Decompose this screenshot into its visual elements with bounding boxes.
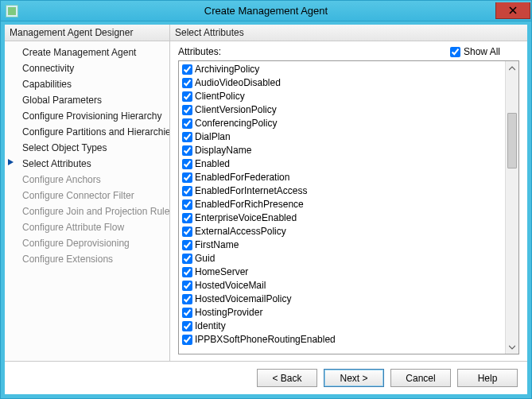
attribute-item[interactable]: DisplayName xyxy=(181,144,503,157)
attribute-checkbox[interactable] xyxy=(182,78,192,88)
attribute-checkbox[interactable] xyxy=(182,321,192,331)
attribute-label: DisplayName xyxy=(195,144,251,157)
attribute-checkbox[interactable] xyxy=(182,118,192,129)
attribute-item[interactable]: AudioVideoDisabled xyxy=(181,76,503,90)
chevron-down-icon xyxy=(509,345,515,350)
attribute-checkbox[interactable] xyxy=(182,294,192,304)
scroll-up-button[interactable] xyxy=(506,61,518,75)
button-bar: < Back Next > Cancel Help xyxy=(5,361,527,394)
attribute-item[interactable]: HostedVoiceMail xyxy=(181,279,503,292)
nav-step: Configure Anchors xyxy=(5,172,169,188)
panel-header: Select Attributes xyxy=(170,25,527,41)
attribute-label: HostedVoicemailPolicy xyxy=(195,292,291,306)
attribute-checkbox[interactable] xyxy=(182,186,192,196)
attribute-item[interactable]: ArchivingPolicy xyxy=(181,63,503,76)
scrollbar[interactable] xyxy=(505,61,518,354)
nav-header: Management Agent Designer xyxy=(5,25,169,41)
attribute-label: Enabled xyxy=(195,157,230,171)
wizard-window: Create Management Agent Management Agent… xyxy=(0,0,532,399)
nav-step: Configure Connector Filter xyxy=(5,188,169,203)
attribute-checkbox[interactable] xyxy=(182,335,192,345)
app-icon xyxy=(6,5,18,17)
client-area: Management Agent Designer Create Managem… xyxy=(1,21,531,398)
show-all-checkbox[interactable] xyxy=(450,47,460,57)
attribute-label: HostingProvider xyxy=(195,306,262,320)
attribute-checkbox[interactable] xyxy=(182,281,192,291)
attribute-checkbox[interactable] xyxy=(182,91,192,102)
nav-step[interactable]: Global Parameters xyxy=(5,92,169,108)
attribute-item[interactable]: HostingProvider xyxy=(181,306,503,320)
nav-step[interactable]: Capabilities xyxy=(5,76,169,92)
attribute-label: Identity xyxy=(195,320,226,333)
attributes-label: Attributes: xyxy=(178,46,221,57)
attribute-checkbox[interactable] xyxy=(182,240,192,250)
attribute-item[interactable]: DialPlan xyxy=(181,130,503,144)
attribute-label: IPPBXSoftPhoneRoutingEnabled xyxy=(195,333,336,347)
attribute-checkbox[interactable] xyxy=(182,213,192,223)
attribute-checkbox[interactable] xyxy=(182,132,192,142)
nav-step: Configure Attribute Flow xyxy=(5,219,169,235)
nav-step[interactable]: Create Management Agent xyxy=(5,45,169,60)
attribute-item[interactable]: Enabled xyxy=(181,157,503,171)
attribute-label: HostedVoiceMail xyxy=(195,279,266,292)
nav-step: Configure Deprovisioning xyxy=(5,235,169,251)
attribute-label: ClientPolicy xyxy=(195,90,245,103)
attribute-item[interactable]: HomeServer xyxy=(181,265,503,279)
cancel-button[interactable]: Cancel xyxy=(390,369,451,387)
attribute-checkbox[interactable] xyxy=(182,64,192,75)
show-all-group[interactable]: Show All xyxy=(450,46,500,57)
titlebar: Create Management Agent xyxy=(1,1,531,21)
attribute-item[interactable]: Identity xyxy=(181,320,503,333)
attribute-checkbox[interactable] xyxy=(182,227,192,237)
nav-step[interactable]: Configure Provisioning Hierarchy xyxy=(5,108,169,124)
nav-step: Configure Join and Projection Rules xyxy=(5,203,169,219)
attributes-listbox[interactable]: ArchivingPolicyAudioVideoDisabledClientP… xyxy=(178,60,519,354)
attribute-checkbox[interactable] xyxy=(182,172,192,183)
nav-items: Create Management AgentConnectivityCapab… xyxy=(5,41,169,270)
attribute-checkbox[interactable] xyxy=(182,254,192,264)
nav-step[interactable]: Configure Partitions and Hierarchies xyxy=(5,124,169,140)
attribute-item[interactable]: IPPBXSoftPhoneRoutingEnabled xyxy=(181,333,503,347)
attribute-item[interactable]: ConferencingPolicy xyxy=(181,117,503,130)
attribute-checkbox[interactable] xyxy=(182,308,192,318)
attribute-item[interactable]: ClientPolicy xyxy=(181,90,503,103)
back-button[interactable]: < Back xyxy=(257,369,317,387)
next-button[interactable]: Next > xyxy=(324,369,384,387)
attribute-label: Guid xyxy=(195,252,215,265)
attribute-item[interactable]: EnabledForFederation xyxy=(181,171,503,184)
nav-panel: Management Agent Designer Create Managem… xyxy=(5,25,170,361)
close-icon xyxy=(509,6,517,14)
attribute-item[interactable]: EnabledForInternetAccess xyxy=(181,184,503,198)
nav-step[interactable]: Select Attributes xyxy=(5,156,169,172)
attribute-item[interactable]: HostedVoicemailPolicy xyxy=(181,292,503,306)
attributes-items: ArchivingPolicyAudioVideoDisabledClientP… xyxy=(179,61,505,354)
content-panel: Select Attributes Attributes: Show All A… xyxy=(170,25,527,361)
attribute-item[interactable]: EnabledForRichPresence xyxy=(181,198,503,211)
scroll-thumb[interactable] xyxy=(507,113,517,169)
scroll-track[interactable] xyxy=(506,75,518,340)
chevron-up-icon xyxy=(509,66,515,71)
nav-step[interactable]: Connectivity xyxy=(5,60,169,76)
attribute-checkbox[interactable] xyxy=(182,159,192,169)
attribute-item[interactable]: EnterpriseVoiceEnabled xyxy=(181,211,503,225)
attribute-label: AudioVideoDisabled xyxy=(195,76,281,90)
attribute-item[interactable]: FirstName xyxy=(181,238,503,252)
attribute-label: FirstName xyxy=(195,238,239,252)
close-button[interactable] xyxy=(495,2,530,19)
help-button[interactable]: Help xyxy=(457,369,518,387)
attribute-label: HomeServer xyxy=(195,265,248,279)
attribute-checkbox[interactable] xyxy=(182,267,192,277)
nav-step[interactable]: Select Object Types xyxy=(5,140,169,156)
attribute-checkbox[interactable] xyxy=(182,145,192,156)
scroll-down-button[interactable] xyxy=(506,340,518,354)
main-area: Management Agent Designer Create Managem… xyxy=(5,25,527,361)
attribute-label: ArchivingPolicy xyxy=(195,63,259,76)
attribute-item[interactable]: Guid xyxy=(181,252,503,265)
attribute-item[interactable]: ClientVersionPolicy xyxy=(181,103,503,117)
attribute-checkbox[interactable] xyxy=(182,105,192,115)
panel-body: Attributes: Show All ArchivingPolicyAudi… xyxy=(170,41,527,361)
attribute-checkbox[interactable] xyxy=(182,200,192,210)
attribute-label: ClientVersionPolicy xyxy=(195,103,277,117)
attribute-item[interactable]: ExternalAccessPolicy xyxy=(181,225,503,238)
attribute-label: EnterpriseVoiceEnabled xyxy=(195,211,297,225)
